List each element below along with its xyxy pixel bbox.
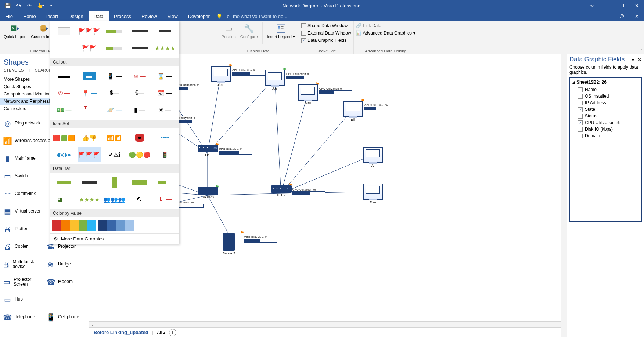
dg-icon-shields[interactable]: 🟥🟩🟧 [52, 130, 76, 145]
dg-icon-lights[interactable]: 🟢🟡🔴 [128, 147, 152, 162]
node-dan[interactable]: Dan [363, 184, 383, 204]
add-page-button[interactable]: + [169, 329, 176, 336]
dg-icon-thumbs[interactable]: 👍👎 [78, 130, 101, 145]
dg-callout-hourglass[interactable]: ⌛ — [153, 68, 177, 84]
dg-text-3[interactable] [128, 40, 152, 56]
dg-flags-3[interactable]: 🚩🚩🚩 [78, 23, 101, 39]
sheet-tab-1[interactable]: Before Linking_updated [94, 330, 148, 335]
dg-callout-gear[interactable]: ✷ — [153, 102, 177, 117]
dg-callout-db[interactable]: 🗄 — [78, 102, 101, 117]
field-checkbox[interactable]: Disk IO (kbps) [571, 126, 640, 133]
insert-legend-button[interactable]: Insert Legend ▾ [266, 22, 296, 40]
field-checkbox[interactable]: OS Installed [571, 93, 640, 99]
dg-bar-people[interactable]: 👥👥👥 [102, 192, 126, 207]
menu-review[interactable]: Review [136, 11, 162, 21]
dg-icon-pies[interactable]: ◐◑● [52, 147, 76, 162]
menu-developer[interactable]: Developer [183, 11, 215, 21]
dg-bar-pie[interactable]: ◕ — [52, 192, 76, 207]
node-al[interactable]: Al [363, 147, 383, 167]
quick-import-button[interactable]: X Quick Import [2, 22, 28, 40]
fields-root[interactable]: ◢Sheet1$B2:I26 [571, 79, 640, 86]
fields-close-icon[interactable]: ✕ [638, 57, 642, 62]
dg-icon-flags[interactable]: 🚩🚩🚩 [78, 147, 101, 162]
dg-text-1[interactable] [128, 23, 152, 39]
shape-item[interactable]: 🖨Copier [2, 242, 43, 252]
field-checkbox[interactable]: Status [571, 113, 640, 119]
dg-callout-pin[interactable]: 📍 — [78, 85, 101, 101]
dg-bar-stars[interactable]: ★★★★ [78, 192, 101, 207]
field-checkbox[interactable]: Domain [571, 133, 640, 139]
node-hub4[interactable]: ⚑ CPU Utilization % Hub 4 [271, 185, 292, 197]
dg-callout-label[interactable]: ▬▬ [52, 68, 76, 84]
field-checkbox[interactable]: ✓CPU Utilization % [571, 119, 640, 126]
dg-color-rainbow[interactable] [52, 220, 96, 231]
dg-more-link[interactable]: ⚙More Data Graphics [50, 233, 179, 244]
menu-process[interactable]: Process [109, 11, 136, 21]
dg-icon-traffic[interactable]: 🚦 [153, 147, 177, 162]
fields-menu-icon[interactable]: ▼ [631, 58, 635, 62]
dg-callout-server[interactable]: ▮ — [128, 102, 152, 117]
dg-bar-5[interactable] [153, 175, 177, 190]
dg-text-2[interactable] [153, 23, 177, 39]
dg-callout-phone[interactable]: 📱 — [102, 68, 126, 84]
field-checkbox[interactable]: Name [571, 86, 640, 93]
shape-item[interactable]: ☎Modem [46, 277, 87, 287]
tell-me-search[interactable]: 💡 Tell me what you want to do... [216, 11, 287, 21]
dg-blank[interactable] [52, 40, 76, 56]
dg-bar-gauge[interactable]: ⏲ [128, 192, 152, 207]
dg-color-blues[interactable] [98, 220, 134, 231]
shape-item[interactable]: ▭Hub [2, 294, 87, 305]
touch-mode-icon[interactable]: 👆▾ [35, 1, 46, 10]
dg-stars[interactable]: ★★★★ [153, 40, 177, 56]
dg-bar-2[interactable] [78, 175, 101, 190]
dg-callout-dollar[interactable]: $ — [102, 85, 126, 101]
feedback-icon-2[interactable]: ☺ [615, 11, 629, 22]
shape-item[interactable]: ▭Projector Screen [2, 277, 43, 287]
redo-icon[interactable]: ↷ [24, 1, 35, 10]
minimize-icon[interactable]: — [600, 0, 615, 11]
vertical-scrollbar[interactable] [561, 54, 567, 337]
menu-file[interactable]: File [0, 11, 18, 21]
dg-progress[interactable] [102, 23, 126, 39]
dg-icon-status[interactable]: ✔⚠ℹ [102, 147, 126, 162]
dg-callout-planet[interactable]: 🪐 — [102, 102, 126, 117]
menu-view[interactable]: View [162, 11, 183, 21]
close-document-icon[interactable]: ✕ [629, 11, 644, 22]
shape-item[interactable]: 📱Cell phone [46, 312, 87, 322]
dg-callout-mail[interactable]: ✉ — [128, 68, 152, 84]
restore-icon[interactable]: ❐ [615, 0, 629, 11]
dg-flags-2[interactable]: 🚩🚩 [78, 40, 101, 56]
menu-design[interactable]: Design [63, 11, 88, 21]
dg-callout-euro[interactable]: € — [128, 85, 152, 101]
field-checkbox[interactable]: ✓State [571, 106, 640, 113]
node-jane[interactable]: ⚑ CPU Utilization % Jane [211, 66, 231, 87]
shape-data-window-toggle[interactable]: Shape Data Window [301, 22, 348, 29]
dg-callout-chip[interactable]: ▬ [78, 68, 101, 84]
dg-bar-3[interactable] [102, 175, 126, 190]
node-server2[interactable]: ⚑ CPU Utilization % Server 2 [223, 233, 235, 255]
menu-insert[interactable]: Insert [41, 11, 64, 21]
dg-icon-squares[interactable]: ▪▪▪▪ [153, 130, 177, 145]
dg-callout-money[interactable]: 💵 — [52, 102, 76, 117]
node-hub3[interactable]: ⚑ CPU Utilization % Hub 3 [198, 145, 218, 157]
horizontal-scrollbar[interactable]: ◂ ▸ [89, 321, 567, 327]
feedback-icon[interactable]: ☺ [585, 0, 600, 11]
scroll-left-icon[interactable]: ◂ [89, 323, 96, 327]
dg-bar-4[interactable] [128, 175, 152, 190]
close-icon[interactable]: ✕ [629, 0, 644, 11]
advanced-data-graphics-button[interactable]: 📊Advanced Data Graphics ▾ [356, 29, 415, 37]
dg-bar-thermo[interactable]: 🌡 — [153, 192, 177, 207]
dg-progress-2[interactable] [102, 40, 126, 56]
dg-icon-wifi[interactable]: 📶📶 [102, 130, 126, 145]
sheet-all[interactable]: All ▴ [157, 330, 165, 335]
dg-callout-phone2[interactable]: ✆ — [52, 85, 76, 101]
tab-stencils[interactable]: STENCILS [4, 68, 24, 72]
node-joe[interactable]: ⚑ CPU Utilization % Joe [265, 70, 285, 90]
external-data-window-toggle[interactable]: External Data Window [301, 29, 351, 37]
collapse-ribbon-icon[interactable]: ˆ [641, 49, 643, 53]
data-graphic-fields-toggle[interactable]: ✓Data Graphic Fields [301, 37, 346, 44]
dg-none[interactable] [52, 23, 76, 39]
shape-item[interactable]: ≋Bridge [46, 259, 87, 269]
shape-item[interactable]: 🖨Multi-funct... device [2, 259, 43, 269]
link-data-button[interactable]: 🔗Link Data [356, 22, 382, 29]
